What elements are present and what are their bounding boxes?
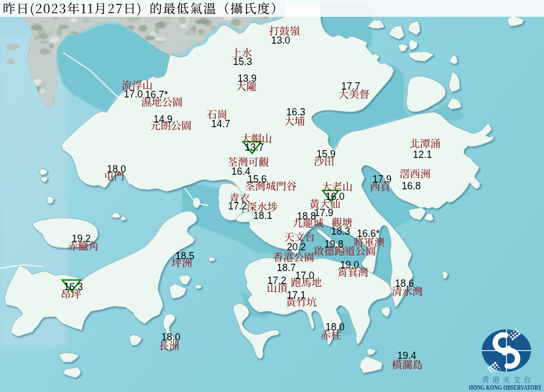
svg-text:16.8: 16.8	[402, 180, 421, 192]
svg-text:17.9: 17.9	[314, 207, 333, 218]
svg-text:17.1: 17.1	[287, 290, 306, 301]
svg-text:16.3: 16.3	[286, 106, 305, 118]
svg-text:17.2: 17.2	[228, 200, 247, 212]
svg-text:13.7: 13.7	[245, 142, 264, 153]
svg-text:16.7*: 16.7*	[145, 89, 168, 100]
svg-text:15.3: 15.3	[233, 56, 252, 67]
svg-text:20.2: 20.2	[287, 241, 306, 253]
svg-text:13.0: 13.0	[271, 35, 290, 46]
svg-text:16.0: 16.0	[326, 191, 345, 202]
svg-text:15.9: 15.9	[317, 148, 336, 160]
svg-text:19.4: 19.4	[397, 350, 416, 361]
svg-text:19.0: 19.0	[340, 259, 359, 270]
svg-text:16.6*: 16.6*	[357, 228, 380, 239]
svg-text:14.7: 14.7	[211, 118, 230, 129]
svg-text:18.8: 18.8	[297, 211, 316, 222]
svg-text:14.9: 14.9	[154, 114, 173, 125]
svg-text:17.9: 17.9	[373, 174, 392, 185]
svg-text:16.3: 16.3	[64, 281, 83, 292]
svg-text:12.1: 12.1	[413, 149, 432, 160]
svg-text:18.0: 18.0	[326, 321, 345, 333]
svg-text:18.1: 18.1	[253, 210, 272, 221]
svg-text:15.6: 15.6	[248, 174, 267, 185]
svg-text:17.7: 17.7	[341, 81, 360, 92]
svg-text:18.6: 18.6	[395, 278, 414, 289]
svg-text:18.0: 18.0	[161, 332, 180, 343]
svg-text:17.0: 17.0	[124, 88, 143, 100]
svg-text:17.2: 17.2	[267, 275, 286, 286]
svg-text:18.5: 18.5	[175, 250, 194, 262]
svg-text:HONG KONG OBSERVATORY: HONG KONG OBSERVATORY	[469, 384, 542, 391]
svg-text:19.8: 19.8	[324, 239, 343, 250]
svg-text:19.2: 19.2	[72, 233, 91, 244]
svg-text:17.0: 17.0	[295, 270, 314, 281]
svg-text:18.7: 18.7	[277, 262, 296, 273]
svg-text:18.3: 18.3	[331, 226, 350, 237]
svg-text:13.9: 13.9	[238, 73, 257, 84]
svg-text:18.0: 18.0	[107, 164, 126, 175]
